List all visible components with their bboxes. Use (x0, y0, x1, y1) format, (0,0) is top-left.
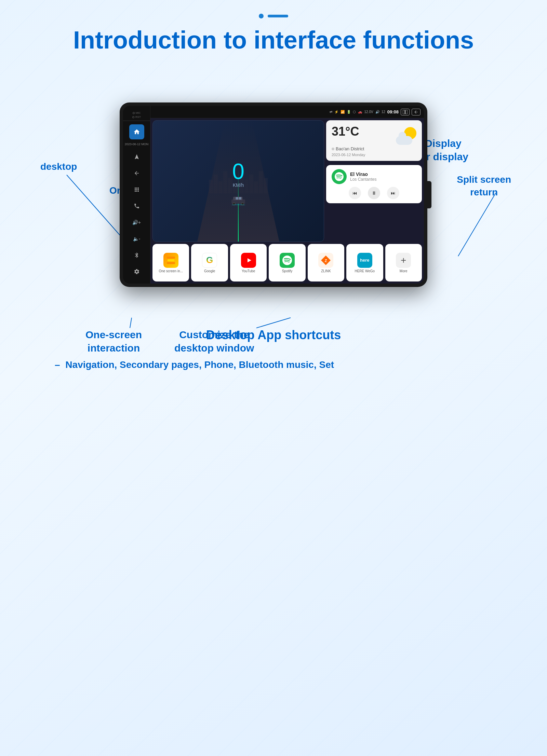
music-widget: El Virao Los Cantantes ⏮ ⏸ ⏭ (326, 165, 422, 203)
music-info: El Virao Los Cantantes (332, 169, 416, 184)
status-battery-icon: 🔋 (347, 110, 351, 114)
music-controls: ⏮ ⏸ ⏭ (332, 187, 416, 199)
status-bar: ⇄ ⚡ 📶 🔋 ⬡ 🚗 12.0V 🔊 12 09:08 (150, 106, 424, 118)
app-more[interactable]: + More (385, 244, 422, 281)
sidebar-volume-down-icon[interactable]: 🔈- (129, 231, 144, 246)
app-onescreen[interactable]: One screen in... (152, 244, 189, 281)
apps-row: One screen in... G Google (152, 244, 422, 281)
status-split-btn[interactable] (401, 109, 410, 115)
status-icons: ⇄ ⚡ 📶 🔋 ⬡ 🚗 12.0V 🔊 12 09:08 (330, 109, 421, 115)
app-zlink[interactable]: Z ZLINK (308, 244, 344, 281)
pause-button[interactable]: ⏸ (368, 187, 380, 199)
status-voltage: 12.0V (364, 110, 373, 114)
weather-widget: 31°C Bao'an District (326, 120, 422, 161)
music-text: El Virao Los Cantantes (350, 171, 376, 182)
svg-line-17 (130, 318, 132, 328)
temp-display: 31°C (332, 124, 416, 145)
zlink-icon: Z (318, 253, 333, 268)
app-here-label: HERE WeGo (355, 269, 375, 273)
speed-center: 0 KM/h (232, 161, 244, 188)
sidebar-apps-icon[interactable] (129, 182, 144, 197)
label-one-screen-bottom: One-screen interaction (85, 328, 142, 355)
location-text: Bao'an District (332, 146, 416, 151)
status-usb-icon: ⬡ (353, 110, 356, 114)
status-volume: 12 (382, 110, 385, 114)
sidebar-date: 2023-06-12 MON (125, 141, 149, 148)
device-section: desktop One-screen interaction Time Disp… (17, 75, 530, 287)
device-screen: MIC RST 2023-06-12 MON (123, 106, 424, 284)
more-icon: + (396, 253, 411, 268)
app-youtube[interactable]: YouTube (230, 244, 267, 281)
label-desktop: desktop (40, 161, 77, 173)
top-row: 0 KM/h 31°C (152, 120, 422, 242)
google-icon: G (202, 253, 217, 268)
here-icon: here (357, 253, 372, 268)
car-icon (230, 195, 247, 208)
dot-line (268, 15, 288, 17)
weather-icon (396, 124, 416, 145)
label-customize: Customize the desktop window (174, 328, 254, 355)
spotify-icon-app (280, 253, 295, 268)
youtube-icon (241, 253, 256, 268)
app-onescreen-label: One screen in... (159, 269, 183, 273)
status-signal-icon: ⇄ (330, 110, 332, 114)
device-handle (427, 181, 431, 208)
svg-rect-4 (403, 110, 405, 114)
header-decoration (17, 10, 530, 18)
svg-text:Z: Z (325, 259, 327, 263)
app-google-label: Google (204, 269, 215, 273)
dot-circle (259, 14, 264, 18)
app-here[interactable]: here HERE WeGo (346, 244, 383, 281)
app-spotify[interactable]: Spotify (269, 244, 305, 281)
prev-button[interactable]: ⏮ (349, 187, 361, 199)
label-split-screen: Split screen return (457, 174, 511, 198)
label-navigation: – Navigation, Secondary pages, Phone, Bl… (44, 359, 503, 370)
status-return-btn[interactable] (412, 109, 421, 115)
app-spotify-label: Spotify (282, 269, 293, 273)
status-car-icon: 🚗 (358, 110, 362, 114)
sidebar-phone-icon[interactable] (129, 198, 144, 214)
bottom-labels-section: One-screen interaction Customize the des… (17, 328, 530, 370)
svg-rect-11 (239, 197, 242, 200)
sidebar-bluetooth-icon[interactable] (129, 248, 144, 263)
speed-widget: 0 KM/h (152, 120, 324, 242)
main-screen: ⇄ ⚡ 📶 🔋 ⬡ 🚗 12.0V 🔊 12 09:08 (150, 106, 424, 284)
right-panel: 31°C Bao'an District (326, 120, 422, 242)
sidebar-settings-icon[interactable] (129, 264, 144, 279)
car-radio-device: MIC RST 2023-06-12 MON (120, 102, 427, 287)
content-area: 0 KM/h 31°C (150, 118, 424, 284)
svg-rect-10 (236, 197, 239, 200)
spotify-logo (332, 169, 347, 184)
status-bluetooth-icon: ⚡ (334, 110, 338, 114)
speed-number: 0 (232, 161, 244, 182)
svg-line-18 (256, 318, 291, 328)
sidebar-nav-icon[interactable] (129, 149, 144, 164)
app-youtube-label: YouTube (242, 269, 255, 273)
rst-label: RST (132, 115, 141, 119)
app-more-label: More (400, 269, 408, 273)
sidebar-volume-up-icon[interactable]: 🔊+ (129, 215, 144, 230)
status-wifi-icon: 📶 (341, 110, 345, 114)
next-button[interactable]: ⏭ (387, 187, 399, 199)
sidebar-home-icon[interactable] (129, 124, 144, 139)
svg-rect-5 (405, 110, 408, 114)
sidebar-back-icon[interactable] (129, 166, 144, 181)
speed-unit: KM/h (232, 182, 244, 188)
status-speaker-icon: 🔊 (375, 110, 379, 114)
weather-date: 2023-06-12 Monday (332, 153, 416, 157)
app-zlink-label: ZLINK (321, 269, 331, 273)
app-google[interactable]: G Google (191, 244, 228, 281)
svg-line-3 (458, 193, 496, 256)
page-container: Introduction to interface functions desk… (0, 0, 547, 756)
sidebar-top: MIC RST (123, 109, 150, 121)
page-title: Introduction to interface functions (17, 25, 530, 55)
song-title: El Virao (350, 171, 376, 177)
temperature: 31°C (332, 124, 359, 139)
onescreen-icon (163, 253, 178, 268)
song-artist: Los Cantantes (350, 177, 376, 182)
mic-label: MIC (133, 111, 141, 114)
sidebar: MIC RST 2023-06-12 MON (123, 106, 150, 284)
status-time: 09:08 (387, 109, 399, 114)
